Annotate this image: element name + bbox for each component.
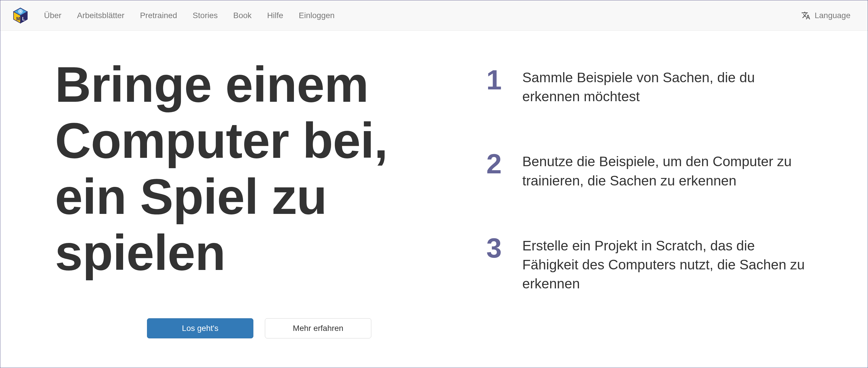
cube-logo-icon: M L: [12, 7, 29, 24]
brand-logo[interactable]: M L: [12, 7, 29, 24]
step-row: 3 Erstelle ein Projekt in Scratch, das d…: [486, 236, 813, 294]
learn-more-button[interactable]: Mehr erfahren: [265, 318, 371, 338]
nav-book[interactable]: Book: [227, 8, 258, 23]
svg-text:L: L: [22, 16, 25, 21]
hero-title: Bringe einem Computer bei, ein Spiel zu …: [55, 57, 463, 281]
nav-about[interactable]: Über: [38, 8, 68, 23]
svg-text:M: M: [17, 16, 20, 21]
language-selector[interactable]: Language: [796, 8, 856, 23]
nav-worksheets[interactable]: Arbeitsblätter: [71, 8, 131, 23]
get-started-button[interactable]: Los geht's: [147, 318, 253, 338]
step-number: 1: [486, 68, 506, 92]
hero-left-column: Bringe einem Computer bei, ein Spiel zu …: [55, 57, 463, 338]
step-number: 3: [486, 236, 506, 260]
nav-help[interactable]: Hilfe: [261, 8, 290, 23]
nav-login[interactable]: Einloggen: [292, 8, 341, 23]
step-number: 2: [486, 152, 506, 176]
hero-buttons: Los geht's Mehr erfahren: [137, 318, 381, 338]
step-text: Erstelle ein Projekt in Scratch, das die…: [522, 236, 813, 294]
hero-steps-column: 1 Sammle Beispiele von Sachen, die du er…: [486, 57, 813, 338]
hero-section: Bringe einem Computer bei, ein Spiel zu …: [0, 31, 868, 356]
step-text: Sammle Beispiele von Sachen, die du erke…: [522, 68, 813, 106]
language-label: Language: [814, 11, 850, 20]
nav-stories[interactable]: Stories: [186, 8, 224, 23]
nav-pretrained[interactable]: Pretrained: [134, 8, 184, 23]
step-row: 1 Sammle Beispiele von Sachen, die du er…: [486, 68, 813, 106]
step-text: Benutze die Beispiele, um den Computer z…: [522, 152, 813, 190]
top-navbar: M L Über Arbeitsblätter Pretrained Stori…: [0, 0, 868, 31]
step-row: 2 Benutze die Beispiele, um den Computer…: [486, 152, 813, 190]
nav-links: Über Arbeitsblätter Pretrained Stories B…: [38, 8, 341, 23]
translate-icon: [801, 11, 810, 20]
